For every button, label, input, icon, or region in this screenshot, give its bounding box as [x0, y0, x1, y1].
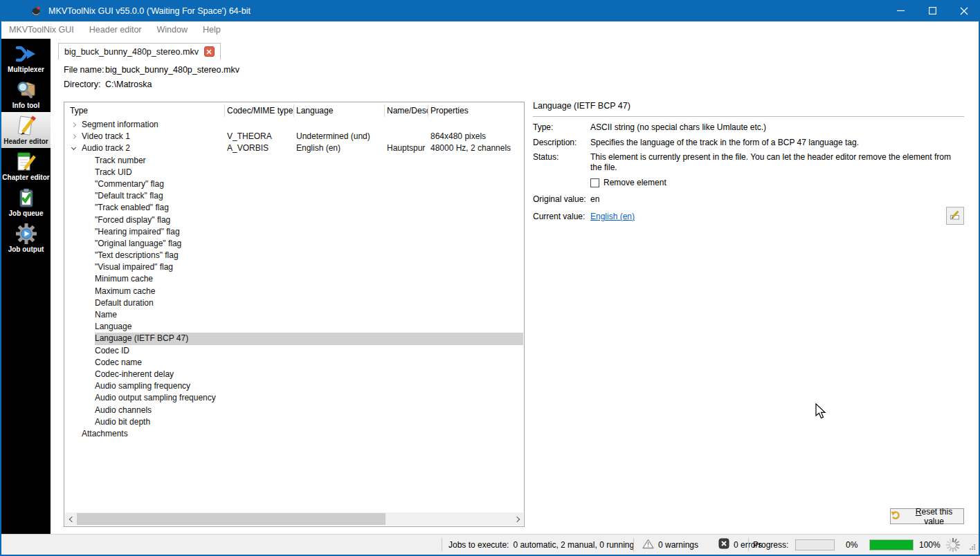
horizontal-scrollbar[interactable]: [65, 512, 523, 526]
sidebar-item-job-queue[interactable]: Job queue: [1, 184, 51, 220]
sidebar-item-info-tool[interactable]: Info tool: [1, 76, 51, 112]
tree-row-label: Audio sampling frequency: [95, 380, 190, 392]
total-progress-bar: [869, 539, 914, 550]
tree-row-original-language-flag[interactable]: "Original language" flag: [64, 238, 524, 250]
file-info: File name: big_buck_bunny_480p_stereo.mk…: [64, 65, 239, 94]
tree-row-label: Audio track 2: [82, 142, 130, 154]
edit-value-button[interactable]: [946, 207, 964, 225]
tree-row-default-duration[interactable]: Default duration: [64, 297, 524, 309]
tree-row-language-ietf-bcp-47[interactable]: Language (IETF BCP 47): [64, 333, 524, 344]
tree-row-label: Name: [95, 309, 117, 321]
column-header-type[interactable]: Type: [70, 102, 221, 119]
chevron-right-icon[interactable]: [71, 134, 76, 139]
tree-row-audio-bit-depth[interactable]: Audio bit depth: [64, 416, 524, 428]
tree-row-language[interactable]: Language: [64, 321, 524, 333]
column-header-name-desc[interactable]: Name/Desc: [387, 102, 428, 119]
tree-row-name[interactable]: Name: [64, 309, 524, 321]
column-header-properties[interactable]: Properties: [430, 102, 523, 119]
scroll-left-icon[interactable]: [65, 512, 77, 526]
cell-properties: 48000 Hz, 2 channels: [430, 142, 511, 154]
tree-row-track-enabled-flag[interactable]: "Track enabled" flag: [64, 202, 524, 214]
tree-row-codec-id[interactable]: Codec ID: [64, 345, 524, 357]
sidebar-item-multiplexer[interactable]: Multiplexer: [1, 40, 51, 76]
details-separator: [533, 116, 964, 117]
chevron-right-icon[interactable]: [71, 122, 76, 127]
description-value: Specifies the language of the track in t…: [590, 138, 964, 148]
menu-item-window[interactable]: Window: [149, 21, 195, 39]
tree-row-label: "Visual impaired" flag: [95, 261, 173, 273]
cell-properties: 864x480 pixels: [430, 131, 486, 142]
column-header-codec-mime-type[interactable]: Codec/MIME type: [227, 102, 293, 119]
tree-row-commentary-flag[interactable]: "Commentary" flag: [64, 178, 524, 190]
tab-file[interactable]: big_buck_bunny_480p_stereo.mkv: [58, 43, 221, 59]
minimize-button[interactable]: [884, 0, 916, 21]
description-label: Description:: [533, 138, 577, 147]
tree-row-codec-name[interactable]: Codec name: [64, 357, 524, 369]
progress-left-pct: 0%: [846, 540, 858, 550]
chevron-down-icon[interactable]: [71, 145, 76, 150]
window-title: MKVToolNix GUI v55.0.0 ('Waiting For Spa…: [48, 6, 251, 16]
column-separator: [428, 104, 428, 117]
tree-row-text-descriptions-flag[interactable]: "Text descriptions" flag: [64, 250, 524, 261]
tree-body: Segment informationVideo track 1V_THEORA…: [64, 119, 524, 440]
tree-row-label: Audio output sampling frequency: [95, 392, 216, 404]
tree-row-label: "Track enabled" flag: [95, 202, 169, 214]
sidebar-item-job-output[interactable]: Job output: [1, 220, 51, 256]
error-icon: [718, 538, 729, 551]
cell-codec: A_VORBIS: [227, 142, 269, 154]
tree-row-default-track-flag[interactable]: "Default track" flag: [64, 190, 524, 202]
tree-row-minimum-cache[interactable]: Minimum cache: [64, 273, 524, 285]
tree-row-maximum-cache[interactable]: Maximum cache: [64, 286, 524, 297]
multiplexer-icon: [15, 43, 37, 65]
directory-label: Directory:: [64, 80, 105, 94]
jobs-status: Jobs to execute: 0 automatic, 2 manual, …: [448, 535, 634, 555]
tree-row-label: "Commentary" flag: [95, 178, 164, 190]
progress-right-pct: 100%: [919, 540, 941, 550]
tree-row-forced-display-flag[interactable]: "Forced display" flag: [64, 214, 524, 226]
details-title: Language (IETF BCP 47): [533, 101, 630, 111]
scroll-right-icon[interactable]: [511, 512, 523, 526]
reset-value-button[interactable]: Reset this value: [890, 508, 964, 524]
tree-row-hearing-impaired-flag[interactable]: "Hearing impaired" flag: [64, 226, 524, 238]
tab-close-icon[interactable]: [204, 46, 215, 57]
close-button[interactable]: [948, 0, 980, 21]
tree-row-label: Video track 1: [82, 131, 130, 142]
current-value-label: Current value:: [533, 212, 585, 221]
tree-row-video-track-1[interactable]: Video track 1V_THEORAUndetermined (und)8…: [64, 131, 524, 142]
tree-row-label: Attachments: [82, 428, 128, 440]
tree-row-visual-impaired-flag[interactable]: "Visual impaired" flag: [64, 261, 524, 273]
tree-row-track-uid[interactable]: Track UID: [64, 167, 524, 178]
cell-name: Hauptspur: [387, 142, 425, 154]
resize-grip[interactable]: [969, 543, 976, 553]
maximize-button[interactable]: [916, 0, 948, 21]
tree-row-audio-sampling-frequency[interactable]: Audio sampling frequency: [64, 380, 524, 392]
sidebar-item-label: Job output: [8, 245, 44, 253]
tree-row-label: Default duration: [95, 297, 154, 309]
menu-item-mkvtoolnix-gui[interactable]: MKVToolNix GUI: [1, 21, 82, 39]
remove-element-checkbox[interactable]: [590, 178, 599, 187]
sidebar-item-chapter-editor[interactable]: Chapter editor: [1, 148, 51, 184]
tree-row-segment-information[interactable]: Segment information: [64, 119, 524, 131]
sidebar-item-header-editor[interactable]: Header editor: [1, 112, 51, 148]
tree-row-attachments[interactable]: Attachments: [64, 428, 524, 440]
original-value-label: Original value:: [533, 194, 586, 204]
tree-row-audio-channels[interactable]: Audio channels: [64, 405, 524, 416]
jobs-value: 0 automatic, 2 manual, 0 running: [513, 540, 634, 550]
column-separator: [384, 104, 385, 117]
titlebar: MKVToolNix GUI v55.0.0 ('Waiting For Spa…: [0, 0, 980, 21]
tree-row-track-number[interactable]: Track number: [64, 155, 524, 167]
current-value-link[interactable]: English (en): [590, 212, 635, 221]
menu-item-help[interactable]: Help: [195, 21, 228, 39]
original-value: en: [590, 194, 964, 205]
tree-row-audio-track-2[interactable]: Audio track 2A_VORBISEnglish (en)Hauptsp…: [64, 142, 524, 154]
tree-row-audio-output-sampling-frequency[interactable]: Audio output sampling frequency: [64, 392, 524, 404]
column-header-language[interactable]: Language: [296, 102, 384, 119]
menu-item-header-editor[interactable]: Header editor: [82, 21, 149, 39]
type-label: Type:: [533, 122, 553, 132]
jobs-label: Jobs to execute:: [448, 540, 509, 550]
warnings-status[interactable]: 0 warnings: [642, 535, 698, 555]
cell-language: Undetermined (und): [296, 131, 370, 142]
tree-row-codec-inherent-delay[interactable]: Codec-inherent delay: [64, 369, 524, 380]
window-frame: MKVToolNix GUIHeader editorWindowHelp Mu…: [1, 21, 979, 555]
scrollbar-thumb[interactable]: [77, 513, 385, 525]
